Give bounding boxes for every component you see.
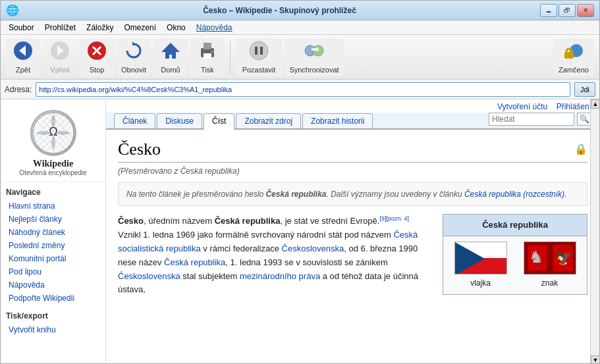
- print-icon: [197, 40, 218, 65]
- nav-link-nejlepsi[interactable]: Nejlepší články: [6, 213, 100, 226]
- locked-icon: [563, 40, 584, 65]
- main-scrollbar: ▲ ▼: [590, 99, 599, 364]
- page-wrapper: Vytvoření účtu Přihlášení Článek Diskuse…: [106, 99, 599, 364]
- wiki-tagline: Otevřená encyklopedie: [19, 169, 86, 176]
- login-link[interactable]: Přihlášení: [557, 102, 591, 111]
- search-input[interactable]: [489, 113, 574, 126]
- page-content: Vytvoření účtu Přihlášení Článek Diskuse…: [106, 99, 599, 364]
- svg-text:🦅: 🦅: [555, 249, 572, 266]
- svg-rect-11: [204, 53, 211, 59]
- forward-button[interactable]: Vpřed: [43, 38, 77, 76]
- locked-button[interactable]: Zamčeno: [553, 38, 594, 76]
- svg-text:♞: ♞: [528, 247, 543, 265]
- wiki-logo: Ω Wikipedie Otevřená encyklopedie: [1, 105, 105, 182]
- tab-zobrazit-historii[interactable]: Zobrazit historii: [302, 113, 373, 128]
- link-csr[interactable]: Česká socialistická republika: [118, 230, 418, 253]
- svg-point-12: [212, 51, 214, 53]
- nav-link-podporte[interactable]: Podpořte Wikipedii: [6, 292, 100, 305]
- svg-rect-14: [255, 47, 258, 55]
- print-button[interactable]: Tisk: [190, 38, 225, 76]
- menu-prohlizet[interactable]: Prohlížet: [40, 22, 81, 34]
- forward-label: Vpřed: [50, 66, 69, 74]
- nav-link-komunitni[interactable]: Komunitní portál: [6, 252, 100, 265]
- coat-arms-img: ♞ 🦅: [524, 242, 576, 274]
- menu-soubor[interactable]: Soubor: [3, 22, 40, 34]
- sync-button[interactable]: Synchronizovat: [285, 38, 344, 76]
- redirect-note: (Přesměrováno z Česká republika): [118, 165, 587, 177]
- close-button[interactable]: ✕: [577, 4, 594, 17]
- toolbar-separator: [230, 41, 231, 74]
- stop-button[interactable]: Stop: [80, 38, 114, 76]
- go-button[interactable]: Jdi: [574, 82, 595, 97]
- arms-label: znak: [541, 277, 558, 289]
- back-label: Zpět: [16, 66, 30, 74]
- app-icon: 🌐: [6, 4, 19, 16]
- svg-rect-20: [566, 49, 572, 54]
- refresh-button[interactable]: Obnovit: [117, 38, 151, 76]
- tabs-right: 🔍: [489, 113, 591, 128]
- scroll-down-arrow[interactable]: ▼: [591, 355, 599, 364]
- top-right-links: Vytvoření účtu Přihlášení: [106, 99, 599, 113]
- svg-rect-10: [204, 43, 211, 49]
- toolbar: Zpět Vpřed Stop Obnovit Domů Tisk P: [1, 35, 599, 80]
- lock-icon: 🔒: [574, 142, 587, 157]
- rozcestnik-link[interactable]: Česká republika (rozcestník): [464, 190, 564, 199]
- back-button[interactable]: Zpět: [6, 38, 40, 76]
- czech-flag: [454, 242, 507, 274]
- tab-cist[interactable]: Číst: [204, 113, 234, 130]
- tab-zobrazit-zdroj[interactable]: Zobrazit zdroj: [236, 113, 301, 128]
- infobox: Česká republika vlajka: [443, 214, 587, 295]
- refresh-icon: [123, 40, 144, 65]
- nav-link-posledni[interactable]: Poslední změny: [6, 239, 100, 252]
- nav-link-nahodny[interactable]: Náhodný článek: [6, 226, 100, 239]
- home-icon: [160, 40, 181, 65]
- menu-okno[interactable]: Okno: [161, 22, 191, 34]
- sync-icon: [302, 40, 326, 65]
- minimize-button[interactable]: 🗕: [540, 4, 557, 17]
- forward-icon: [49, 40, 70, 65]
- infobox-title: Česká republika: [443, 215, 587, 236]
- pause-button[interactable]: Pozastavit: [236, 38, 282, 76]
- locked-label: Zamčeno: [559, 66, 589, 74]
- home-label: Domů: [161, 66, 180, 74]
- svg-marker-8: [161, 43, 180, 59]
- nav-link-podlipou[interactable]: Pod lipou: [6, 265, 100, 278]
- svg-rect-15: [260, 47, 263, 55]
- refresh-label: Obnovit: [121, 66, 146, 74]
- link-cssr[interactable]: Československa: [282, 244, 344, 253]
- menu-omezeni[interactable]: Omezení: [119, 22, 161, 34]
- menu-zalozky[interactable]: Záložky: [81, 22, 119, 34]
- nav-heading: Navigace: [6, 188, 100, 197]
- nav-link-napoveda[interactable]: Nápověda: [6, 278, 100, 292]
- svg-text:Ω: Ω: [49, 125, 57, 138]
- scroll-track[interactable]: [591, 109, 599, 355]
- wiki-tabs: Článek Diskuse Číst Zobrazit zdroj Zobra…: [106, 113, 599, 130]
- window-controls: 🗕 🗗 ✕: [540, 4, 594, 17]
- link-mezinarodni[interactable]: mezinárodního práva: [240, 271, 320, 281]
- infobox-flags: vlajka ♞: [443, 236, 587, 294]
- svg-point-13: [250, 41, 268, 60]
- scroll-up-arrow[interactable]: ▲: [591, 99, 599, 109]
- address-input[interactable]: [36, 82, 570, 97]
- title-bar: 🌐 Česko – Wikipedie - Skupinový prohlíže…: [1, 1, 599, 20]
- nav-link-kniha[interactable]: Vytvořit knihu: [6, 323, 100, 336]
- content-area: Ω Wikipedie Otevřená encyklopedie Naviga…: [1, 99, 599, 364]
- article-title: Česko 🔒: [118, 136, 587, 163]
- tab-clanek[interactable]: Článek: [114, 113, 155, 128]
- search-button[interactable]: 🔍: [577, 113, 591, 126]
- flag-label: vlajka: [470, 277, 491, 289]
- print-label: Tisk: [201, 66, 214, 74]
- tab-diskuse[interactable]: Diskuse: [157, 113, 202, 128]
- menu-napoveda[interactable]: Nápověda: [191, 22, 238, 34]
- nav-section: Navigace Hlavní strana Nejlepší články N…: [1, 188, 105, 336]
- link-cssr2[interactable]: Československa: [118, 271, 180, 281]
- home-button[interactable]: Domů: [153, 38, 188, 76]
- maximize-button[interactable]: 🗗: [559, 4, 576, 17]
- link-cr[interactable]: Česká republika: [164, 257, 225, 267]
- back-icon: [13, 40, 34, 65]
- address-label: Adresa:: [5, 85, 32, 94]
- pause-label: Pozastavit: [242, 66, 276, 74]
- create-account-link[interactable]: Vytvoření účtu: [497, 102, 547, 111]
- nav-link-hlavni[interactable]: Hlavní strana: [6, 199, 100, 213]
- sync-label: Synchronizovat: [289, 66, 339, 74]
